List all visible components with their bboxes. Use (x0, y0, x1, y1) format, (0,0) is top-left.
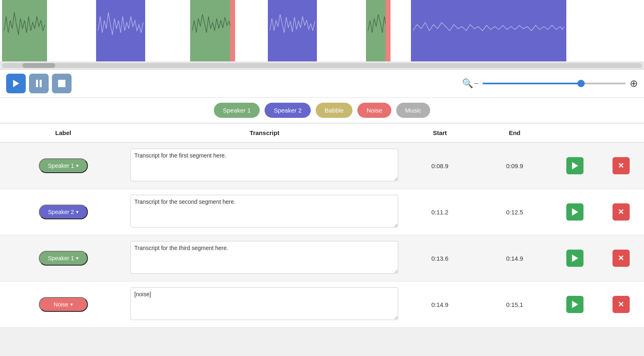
row-delete-button-1[interactable]: ✕ (613, 203, 630, 221)
filter-pill-speaker2[interactable]: Speaker 2 (265, 103, 310, 118)
row-delete-cell-1: ✕ (598, 189, 644, 235)
row-end-1: 0:12.5 (477, 189, 552, 235)
col-delete (598, 124, 644, 142)
row-label-chevron-0: ▾ (76, 163, 79, 169)
col-transcript: Transcript (126, 124, 402, 142)
pause-icon (36, 80, 42, 87)
row-transcript-cell-0 (126, 142, 402, 189)
row-label-text-2: Speaker 1 (48, 255, 74, 261)
col-label: Label (0, 124, 126, 142)
row-start-2: 0:13.6 (402, 235, 477, 282)
row-label-text-1: Speaker 2 (48, 209, 74, 215)
row-delete-cell-3: ✕ (598, 282, 644, 328)
row-play-cell-2 (552, 235, 598, 282)
filter-pill-babble[interactable]: Babble (316, 103, 353, 118)
row-play-icon (572, 255, 578, 262)
play-button[interactable] (6, 74, 26, 93)
row-transcript-input-3[interactable] (130, 287, 398, 320)
row-delete-icon: ✕ (618, 207, 624, 216)
scrollbar-thumb[interactable] (22, 63, 55, 68)
row-play-cell-0 (552, 142, 598, 189)
row-label-pill-2[interactable]: Speaker 1 ▾ (39, 251, 88, 266)
table-row: Speaker 1 ▾0:08.90:09.9✕ (0, 142, 644, 189)
row-transcript-cell-3 (126, 282, 402, 328)
row-label-cell-3: Noise ▾ (0, 282, 126, 328)
col-start: Start (402, 124, 477, 142)
waveform-container: 10 15 20 (0, 0, 644, 70)
zoom-minus-icon: − (474, 79, 478, 88)
row-play-button-1[interactable] (566, 203, 583, 221)
row-delete-cell-0: ✕ (598, 142, 644, 189)
pause-button[interactable] (29, 74, 49, 93)
row-transcript-cell-1 (126, 189, 402, 235)
zoom-in-icon[interactable]: ⊕ (630, 78, 638, 89)
col-end: End (477, 124, 552, 142)
row-label-cell-1: Speaker 2 ▾ (0, 189, 126, 235)
row-play-button-0[interactable] (566, 157, 583, 174)
row-label-pill-3[interactable]: Noise ▾ (39, 297, 88, 312)
row-start-1: 0:11.2 (402, 189, 477, 235)
waveform-track[interactable] (0, 0, 644, 61)
wave-seg-6[interactable] (411, 0, 566, 61)
row-transcript-cell-2 (126, 235, 402, 282)
row-label-text-3: Noise (54, 301, 68, 308)
row-play-icon (572, 301, 578, 308)
scrollbar-track[interactable] (2, 63, 642, 68)
wave-seg-gap3 (235, 0, 268, 61)
row-label-chevron-1: ▾ (76, 209, 79, 215)
row-transcript-input-2[interactable] (130, 241, 398, 274)
row-end-3: 0:15.1 (477, 282, 552, 328)
row-delete-cell-2: ✕ (598, 235, 644, 282)
wave-seg-gap4 (317, 0, 366, 61)
row-start-3: 0:14.9 (402, 282, 477, 328)
table-wrapper[interactable]: Label Transcript Start End Speaker 1 ▾0:… (0, 123, 644, 343)
wave-seg-2[interactable] (96, 0, 145, 61)
wave-seg-5[interactable] (366, 0, 390, 61)
row-label-pill-0[interactable]: Speaker 1 ▾ (39, 158, 88, 173)
row-end-2: 0:14.9 (477, 235, 552, 282)
main-layout: 10 15 20 🔍 − ⊕ S (0, 0, 644, 356)
zoom-section: 🔍 − ⊕ (462, 78, 638, 89)
row-label-chevron-2: ▾ (76, 255, 79, 261)
row-delete-button-2[interactable]: ✕ (613, 250, 630, 267)
row-play-icon (572, 162, 578, 169)
row-transcript-input-0[interactable] (130, 149, 398, 181)
stop-button[interactable] (52, 74, 72, 93)
row-transcript-input-1[interactable] (130, 195, 398, 228)
row-play-button-3[interactable] (566, 296, 583, 313)
row-play-cell-1 (552, 189, 598, 235)
row-delete-button-3[interactable]: ✕ (613, 296, 630, 313)
row-label-cell-0: Speaker 1 ▾ (0, 142, 126, 189)
row-label-pill-1[interactable]: Speaker 2 ▾ (39, 205, 88, 219)
row-delete-icon: ✕ (618, 254, 624, 263)
wave-seg-1[interactable] (2, 0, 47, 61)
row-delete-icon: ✕ (618, 300, 624, 309)
table-row: Noise ▾0:14.90:15.1✕ (0, 282, 644, 328)
row-label-chevron-3: ▾ (70, 302, 73, 307)
row-play-icon (572, 208, 578, 216)
wave-seg-gap1 (47, 0, 96, 61)
row-play-cell-3 (552, 282, 598, 328)
wave-seg-3[interactable] (190, 0, 235, 61)
table-row: Speaker 2 ▾0:11.20:12.5✕ (0, 189, 644, 235)
controls-row: 🔍 − ⊕ (0, 70, 644, 98)
segments-table: Label Transcript Start End Speaker 1 ▾0:… (0, 124, 644, 328)
table-body: Speaker 1 ▾0:08.90:09.9✕Speaker 2 ▾0:11.… (0, 142, 644, 328)
row-label-text-0: Speaker 1 (48, 162, 74, 169)
zoom-slider[interactable] (482, 83, 626, 84)
zoom-out-icon[interactable]: 🔍 (462, 78, 473, 89)
row-start-0: 0:08.9 (402, 142, 477, 189)
filter-pill-music[interactable]: Music (396, 103, 430, 118)
wave-seg-gap5 (390, 0, 411, 61)
wave-seg-gap2 (145, 0, 190, 61)
row-delete-icon: ✕ (618, 161, 624, 170)
filter-pill-noise[interactable]: Noise (357, 103, 391, 118)
filter-pill-speaker1[interactable]: Speaker 1 (214, 103, 260, 118)
table-header-row: Label Transcript Start End (0, 124, 644, 142)
stop-icon (58, 80, 65, 87)
scrollbar-area[interactable] (0, 61, 644, 70)
play-icon (13, 80, 19, 87)
wave-seg-4[interactable] (268, 0, 317, 61)
row-play-button-2[interactable] (566, 250, 583, 267)
row-delete-button-0[interactable]: ✕ (613, 157, 630, 174)
